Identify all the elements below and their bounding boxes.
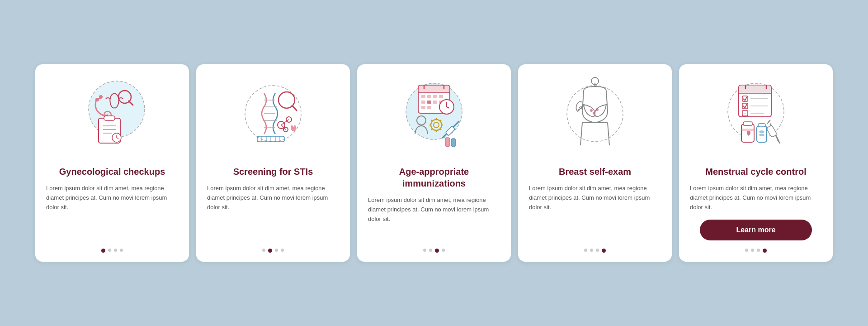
svg-rect-49 bbox=[421, 106, 425, 109]
dot-2[interactable] bbox=[751, 249, 754, 252]
menstrual-icon bbox=[715, 75, 797, 157]
dot-1[interactable] bbox=[423, 249, 426, 252]
immunization-icon bbox=[393, 75, 475, 157]
dot-1[interactable] bbox=[745, 249, 748, 252]
svg-rect-43 bbox=[433, 95, 437, 98]
card-body-sti: Lorem ipsum dolor sit dim amet, mea regi… bbox=[207, 184, 339, 240]
svg-rect-68 bbox=[445, 138, 450, 147]
card-title-sti: Screening for STIs bbox=[233, 166, 313, 177]
card-body-immunizations: Lorem ipsum dolor sit dim amet, mea regi… bbox=[368, 196, 500, 240]
card-title-menstrual: Menstrual cycle control bbox=[705, 166, 806, 177]
svg-rect-69 bbox=[451, 139, 456, 147]
svg-point-72 bbox=[596, 108, 599, 111]
svg-rect-42 bbox=[427, 95, 431, 98]
dot-1[interactable] bbox=[584, 249, 587, 252]
cards-container: Gynecological checkups Lorem ipsum dolor… bbox=[18, 64, 850, 261]
dot-4[interactable] bbox=[281, 249, 284, 252]
dot-3[interactable] bbox=[435, 249, 439, 253]
dot-3[interactable] bbox=[757, 249, 760, 252]
svg-rect-91 bbox=[743, 122, 752, 125]
svg-rect-44 bbox=[439, 95, 443, 98]
card-body-breast-exam: Lorem ipsum dolor sit dim amet, mea regi… bbox=[529, 184, 661, 240]
svg-rect-41 bbox=[421, 95, 425, 98]
gynecological-icon bbox=[71, 75, 153, 157]
dot-3[interactable] bbox=[275, 249, 278, 252]
icon-area-gynecological bbox=[71, 75, 153, 157]
svg-point-73 bbox=[593, 112, 595, 115]
dot-2[interactable] bbox=[268, 249, 272, 253]
svg-point-3 bbox=[99, 95, 103, 99]
svg-point-71 bbox=[590, 109, 593, 112]
card-sti: Screening for STIs Lorem ipsum dolor sit… bbox=[196, 64, 350, 261]
card-breast-exam: Breast self-exam Lorem ipsum dolor sit d… bbox=[518, 64, 672, 261]
dots-sti bbox=[262, 249, 284, 253]
card-title-breast-exam: Breast self-exam bbox=[559, 166, 631, 177]
dot-4[interactable] bbox=[442, 249, 445, 252]
svg-rect-46 bbox=[427, 101, 431, 104]
svg-rect-94 bbox=[758, 124, 765, 127]
card-immunizations: Age-appropriate immunizations Lorem ipsu… bbox=[357, 64, 511, 261]
svg-line-22 bbox=[292, 105, 297, 110]
card-menstrual: Menstrual cycle control Lorem ipsum dolo… bbox=[679, 64, 833, 261]
learn-more-button[interactable]: Learn more bbox=[700, 220, 812, 240]
dots-breast-exam bbox=[584, 249, 606, 253]
dot-1[interactable] bbox=[101, 249, 105, 253]
svg-rect-45 bbox=[421, 101, 425, 104]
icon-area-menstrual bbox=[715, 75, 797, 157]
icon-area-breast-exam bbox=[554, 75, 636, 157]
svg-rect-98 bbox=[766, 125, 777, 138]
svg-rect-47 bbox=[433, 101, 437, 104]
card-title-gynecological: Gynecological checkups bbox=[59, 166, 165, 177]
dot-4[interactable] bbox=[120, 249, 123, 252]
card-body-gynecological: Lorem ipsum dolor sit dim amet, mea regi… bbox=[46, 184, 178, 240]
card-body-menstrual: Lorem ipsum dolor sit dim amet, mea regi… bbox=[690, 184, 822, 212]
svg-rect-92 bbox=[741, 129, 754, 131]
dots-menstrual bbox=[745, 249, 767, 253]
svg-rect-8 bbox=[104, 116, 115, 120]
dot-1[interactable] bbox=[262, 249, 265, 252]
svg-point-95 bbox=[759, 130, 764, 133]
dots-immunizations bbox=[423, 249, 445, 253]
dot-3[interactable] bbox=[596, 249, 599, 252]
dot-4[interactable] bbox=[602, 249, 606, 253]
dots-gynecological bbox=[101, 249, 123, 253]
svg-point-96 bbox=[759, 134, 764, 136]
dna-icon bbox=[232, 75, 314, 157]
svg-rect-37 bbox=[418, 85, 450, 92]
dot-4[interactable] bbox=[763, 249, 767, 253]
dot-2[interactable] bbox=[590, 249, 593, 252]
icon-area-sti bbox=[232, 75, 314, 157]
svg-rect-50 bbox=[427, 106, 431, 109]
card-title-immunizations: Age-appropriate immunizations bbox=[368, 166, 500, 189]
dot-2[interactable] bbox=[108, 249, 111, 252]
icon-area-immunizations bbox=[393, 75, 475, 157]
breast-exam-icon bbox=[554, 75, 636, 157]
dot-2[interactable] bbox=[429, 249, 432, 252]
svg-point-4 bbox=[95, 98, 99, 101]
dot-3[interactable] bbox=[114, 249, 117, 252]
card-gynecological: Gynecological checkups Lorem ipsum dolor… bbox=[35, 64, 189, 261]
